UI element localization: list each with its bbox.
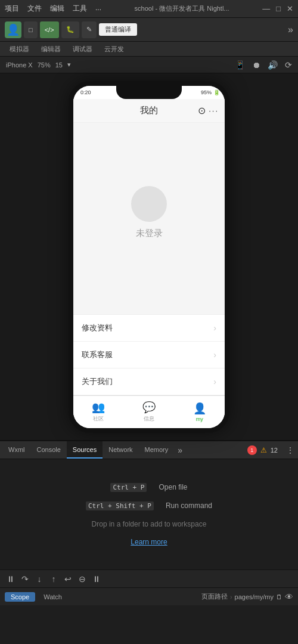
title-bar: 项目 文件 编辑 工具 ... school - 微信开发者工具 Nightl.… (0, 0, 298, 18)
device-name: iPhone X (6, 61, 33, 69)
debugger-button[interactable]: 🐛 (61, 21, 79, 38)
eye-icon[interactable]: 👁 (285, 592, 293, 602)
menu-item-profile-label: 修改资料 (82, 323, 113, 333)
device-zoom: 75% (38, 61, 51, 69)
deactivate-button[interactable]: ⊖ (76, 573, 88, 585)
maximize-button[interactable]: □ (276, 4, 281, 13)
device-bar-icons: 📱 ⏺ 🔊 ⟳ (235, 60, 292, 70)
watch-button[interactable]: Watch (39, 592, 67, 602)
simulator-sub-btn[interactable]: 模拟器 (5, 44, 34, 55)
menu-item-about-label: 关于我们 (82, 376, 113, 387)
run-command-key: Ctrl + Shift + P (86, 501, 154, 510)
code-icon: </> (45, 26, 54, 33)
sound-icon[interactable]: 🔊 (268, 60, 278, 70)
scope-button[interactable]: Scope (5, 592, 35, 602)
phone-icon[interactable]: 📱 (235, 60, 245, 70)
menu-item-profile[interactable]: 修改资料 › (73, 315, 225, 342)
not-logged-text: 未登录 (136, 228, 163, 239)
step-over-button[interactable]: ↷ (19, 573, 31, 585)
rotate-icon[interactable]: ⟳ (285, 60, 292, 70)
menu-bar[interactable]: 项目 文件 编辑 工具 ... (5, 4, 101, 14)
phone-page-title: 我的 (140, 105, 158, 116)
menu-item-support-label: 联系客服 (82, 349, 113, 360)
menu-item-about[interactable]: 关于我们 › (73, 369, 225, 395)
minimize-button[interactable]: — (262, 4, 270, 13)
tab-console[interactable]: Console (31, 441, 67, 459)
shortcut-open-file: Ctrl + P Open file (110, 483, 187, 492)
editor-sub-btn[interactable]: 编辑器 (36, 44, 66, 55)
breadcrumb-separator: › (230, 593, 232, 600)
phone-header-more-icon[interactable]: ··· (209, 106, 219, 115)
simulator-area: 0:20 95% 🔋 我的 ··· ⊙ 未登录 (0, 73, 298, 440)
debugger-sub-btn[interactable]: 调试器 (68, 44, 97, 55)
phone-mockup: 0:20 95% 🔋 我的 ··· ⊙ 未登录 (69, 81, 229, 433)
devtools-error-count: 1 ⚠ 12 (247, 445, 283, 455)
pause-button[interactable]: ⏸ (5, 573, 17, 585)
debug-controls: ⏸ ↷ ↓ ↑ ↩ ⊖ ⏸ (5, 573, 103, 585)
tab-network[interactable]: Network (103, 441, 138, 459)
devtools-tabs-more[interactable]: » (174, 445, 186, 455)
battery-percent: 95% (201, 89, 212, 95)
breadcrumb-path: pages/my/my (235, 593, 274, 600)
warn-count: 12 (271, 447, 278, 454)
simulator-button[interactable]: □ (24, 21, 38, 38)
phone-content: 我的 ··· ⊙ 未登录 修改资料 › 联系客服 (73, 99, 225, 428)
run-command-desc: Run command (166, 501, 212, 510)
menu-file[interactable]: 文件 (27, 4, 42, 14)
simulator-icon: □ (29, 26, 33, 33)
compile-label[interactable]: 普通编译 (99, 23, 137, 36)
tab-my[interactable]: 👤 my (193, 402, 206, 422)
step-out-button[interactable]: ↑ (48, 573, 60, 585)
editor-button[interactable]: </> (40, 21, 59, 38)
not-logged-section: 未登录 (73, 123, 225, 314)
devtools-tabs: Wxml Console Sources Network Memory » 1 … (0, 441, 298, 459)
main-toolbar: 👤 □ </> 🐛 ✎ 普通编译 » (0, 18, 298, 42)
phone-record-icon[interactable]: ⊙ (198, 105, 206, 116)
phone-header: 我的 ··· ⊙ (73, 99, 225, 123)
async-button[interactable]: ⏸ (91, 573, 103, 585)
menu-edit[interactable]: 编辑 (50, 4, 64, 14)
record-icon[interactable]: ⏺ (252, 60, 260, 70)
avatar-placeholder (131, 186, 167, 222)
error-badge: 1 (247, 445, 257, 455)
continue-button[interactable]: ↩ (62, 573, 74, 585)
shortcut-run-command: Ctrl + Shift + P Run command (86, 501, 212, 510)
arrow-icon-profile: › (213, 323, 216, 333)
tab-sources[interactable]: Sources (67, 441, 103, 459)
devtools-settings-icon[interactable]: ⋮ (283, 445, 298, 455)
phone-body: 未登录 修改资料 › 联系客服 › 关于我们 › (73, 123, 225, 395)
tab-memory[interactable]: Memory (139, 441, 175, 459)
tab-messages-label: 信息 (144, 415, 154, 423)
step-into-button[interactable]: ↓ (33, 573, 45, 585)
phone-notch (116, 86, 182, 99)
window-controls[interactable]: — □ ✕ (262, 4, 293, 13)
learn-more-link[interactable]: Learn more (131, 538, 167, 546)
toolbar-more[interactable]: » (288, 24, 293, 35)
debug-icon: 🐛 (66, 26, 74, 33)
drop-text: Drop in a folder to add to workspace (92, 520, 207, 528)
sources-content: Ctrl + P Open file Ctrl + Shift + P Run … (0, 459, 298, 569)
tab-messages[interactable]: 💬 信息 (142, 401, 156, 423)
tab-community-label: 社区 (93, 415, 104, 423)
menu-item-support[interactable]: 联系客服 › (73, 342, 225, 369)
other-button[interactable]: ✎ (82, 21, 97, 38)
open-file-desc: Open file (159, 483, 187, 492)
tab-wxml[interactable]: Wxml (2, 441, 31, 459)
phone-menu-list: 修改资料 › 联系客服 › 关于我们 › (73, 314, 225, 395)
breadcrumb-label: 页面路径 (201, 592, 228, 601)
breadcrumb: 页面路径 › pages/my/my 🗒 👁 (201, 592, 293, 602)
device-dropdown-icon[interactable]: ▾ (67, 61, 71, 69)
menu-tools[interactable]: 工具 (73, 4, 87, 14)
footer-bar: Scope Watch 页面路径 › pages/my/my 🗒 👁 (0, 587, 298, 605)
window-title: school - 微信开发者工具 Nightl... (108, 4, 255, 13)
menu-project[interactable]: 项目 (5, 4, 19, 14)
arrow-icon-about: › (213, 377, 216, 386)
tab-community[interactable]: 👥 社区 (92, 401, 105, 423)
close-button[interactable]: ✕ (287, 4, 293, 13)
cloud-sub-btn[interactable]: 云开发 (100, 44, 129, 55)
warn-icon: ⚠ (260, 446, 267, 454)
device-bar: iPhone X 75% 15 ▾ 📱 ⏺ 🔊 ⟳ (0, 57, 298, 73)
menu-more[interactable]: ... (95, 4, 101, 14)
avatar: 👤 (5, 21, 21, 38)
device-page: 15 (55, 61, 63, 69)
